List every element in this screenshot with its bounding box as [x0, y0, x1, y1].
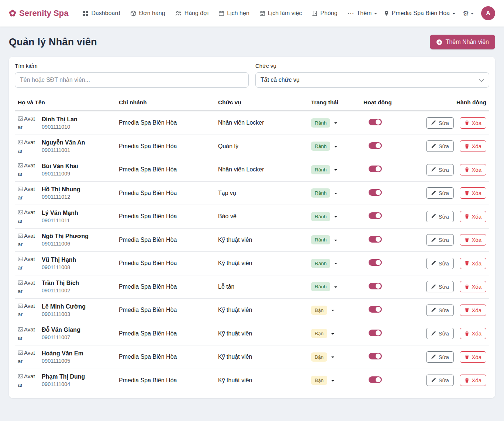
edit-button[interactable]: Sửa: [426, 117, 453, 129]
active-toggle[interactable]: [369, 166, 382, 172]
people-icon: [175, 10, 182, 17]
active-toggle[interactable]: [369, 330, 382, 336]
edit-button[interactable]: Sửa: [426, 328, 453, 339]
active-toggle[interactable]: [369, 212, 382, 219]
nav-item-rooms[interactable]: Phòng: [312, 10, 337, 17]
status-badge: Bận: [311, 352, 327, 362]
status-dropdown[interactable]: Rảnh: [311, 142, 337, 151]
active-toggle[interactable]: [369, 376, 382, 383]
status-dropdown[interactable]: Rảnh: [311, 118, 337, 128]
nav-item-dashboard[interactable]: Dashboard: [82, 10, 120, 17]
staff-name: Trần Thị Bích: [42, 280, 79, 286]
delete-button[interactable]: Xóa: [460, 187, 486, 199]
edit-button[interactable]: Sửa: [426, 305, 453, 316]
broken-image-icon: [18, 186, 24, 192]
nav-item-orders[interactable]: Đơn hàng: [130, 10, 165, 17]
chevron-down-icon: [334, 286, 337, 288]
staff-name: Bùi Văn Khải: [42, 163, 78, 170]
avatar: Avatar: [18, 114, 36, 132]
staff-branch: Pmedia Spa Biên Hòa: [116, 135, 215, 158]
status-dropdown[interactable]: Rảnh: [311, 235, 337, 244]
add-staff-label: Thêm Nhân viên: [446, 39, 489, 45]
delete-button[interactable]: Xóa: [460, 375, 486, 386]
active-toggle[interactable]: [369, 142, 382, 149]
trash-icon: [465, 378, 469, 383]
delete-button[interactable]: Xóa: [460, 140, 486, 152]
status-dropdown[interactable]: Rảnh: [311, 188, 337, 198]
edit-button[interactable]: Sửa: [426, 234, 453, 246]
status-dropdown[interactable]: Bận: [311, 352, 334, 362]
role-select[interactable]: Tất cả chức vụ: [255, 72, 489, 88]
delete-button[interactable]: Xóa: [460, 164, 486, 175]
edit-button[interactable]: Sửa: [426, 281, 453, 292]
active-toggle[interactable]: [369, 189, 382, 196]
status-dropdown[interactable]: Bận: [311, 306, 334, 315]
status-dropdown[interactable]: Bận: [311, 329, 334, 338]
table-row: Avatar Bùi Văn Khải 0901111009 Pmedia Sp…: [15, 158, 489, 182]
broken-image-icon: [18, 326, 24, 333]
staff-role: Kỹ thuật viên: [215, 252, 308, 275]
staff-branch: Pmedia Spa Biên Hòa: [116, 158, 215, 182]
active-toggle[interactable]: [369, 353, 382, 359]
delete-button[interactable]: Xóa: [460, 281, 486, 292]
delete-button[interactable]: Xóa: [460, 351, 486, 363]
staff-name: Lý Văn Mạnh: [42, 210, 78, 216]
avatar: Avatar: [18, 161, 36, 178]
trash-icon: [465, 167, 469, 172]
pencil-icon: [431, 214, 436, 219]
edit-button[interactable]: Sửa: [426, 164, 453, 175]
status-dropdown[interactable]: Rảnh: [311, 282, 337, 291]
branch-selector[interactable]: Pmedia Spa Biên Hòa: [384, 10, 455, 17]
delete-button[interactable]: Xóa: [460, 305, 486, 316]
delete-button[interactable]: Xóa: [460, 117, 486, 129]
delete-label: Xóa: [472, 167, 481, 173]
delete-label: Xóa: [472, 283, 481, 290]
status-dropdown[interactable]: Rảnh: [311, 212, 337, 221]
nav-item-more[interactable]: ⋯ Thêm: [348, 10, 377, 17]
status-dropdown[interactable]: Rảnh: [311, 165, 337, 174]
edit-button[interactable]: Sửa: [426, 187, 453, 199]
active-toggle[interactable]: [369, 259, 382, 266]
delete-button[interactable]: Xóa: [460, 328, 486, 339]
edit-button[interactable]: Sửa: [426, 140, 453, 152]
nav-item-queue[interactable]: Hàng đợi: [175, 10, 209, 17]
edit-button[interactable]: Sửa: [426, 375, 453, 386]
staff-name: Hồ Thị Nhung: [42, 186, 80, 193]
brand-logo[interactable]: ✿ Serenity Spa: [9, 8, 68, 18]
edit-button[interactable]: Sửa: [426, 258, 453, 269]
search-input[interactable]: [15, 72, 249, 88]
delete-button[interactable]: Xóa: [460, 211, 486, 222]
trash-icon: [465, 331, 469, 336]
edit-button[interactable]: Sửa: [426, 351, 453, 363]
staff-role: Nhân viên Locker: [215, 111, 308, 135]
active-toggle[interactable]: [369, 306, 382, 313]
active-toggle[interactable]: [369, 236, 382, 243]
chevron-down-icon: [331, 380, 334, 382]
trash-icon: [465, 307, 469, 313]
edit-button[interactable]: Sửa: [426, 211, 453, 222]
staff-table: Họ và Tên Chi nhánh Chức vụ Trạng thái H…: [15, 96, 489, 392]
header-role: Chức vụ: [215, 96, 308, 111]
status-dropdown[interactable]: Rảnh: [311, 259, 337, 268]
broken-image-icon: [18, 115, 24, 122]
chevron-down-icon: [334, 263, 337, 264]
table-row: Avatar Lý Văn Mạnh 0901111011 Pmedia Spa…: [15, 205, 489, 229]
delete-label: Xóa: [472, 213, 481, 220]
settings-menu[interactable]: ⚙: [463, 10, 474, 17]
delete-button[interactable]: Xóa: [460, 258, 486, 269]
edit-label: Sửa: [438, 377, 449, 383]
staff-phone: 0901111004: [42, 381, 85, 387]
avatar: Avatar: [18, 185, 36, 202]
nav-item-appointments[interactable]: Lịch hẹn: [218, 10, 249, 17]
table-row: Avatar Đỗ Văn Giang 0901111007 Pmedia Sp…: [15, 322, 489, 345]
add-staff-button[interactable]: Thêm Nhân viên: [430, 35, 495, 49]
table-row: Avatar Trần Thị Bích 0901111002 Pmedia S…: [15, 275, 489, 299]
staff-phone: 0901111001: [42, 147, 85, 153]
active-toggle[interactable]: [369, 119, 382, 125]
user-avatar[interactable]: A: [481, 6, 495, 20]
delete-button[interactable]: Xóa: [460, 234, 486, 246]
status-dropdown[interactable]: Bận: [311, 376, 334, 385]
active-toggle[interactable]: [369, 283, 382, 289]
delete-label: Xóa: [472, 330, 481, 337]
nav-item-work-schedule[interactable]: Lịch làm việc: [259, 10, 302, 17]
